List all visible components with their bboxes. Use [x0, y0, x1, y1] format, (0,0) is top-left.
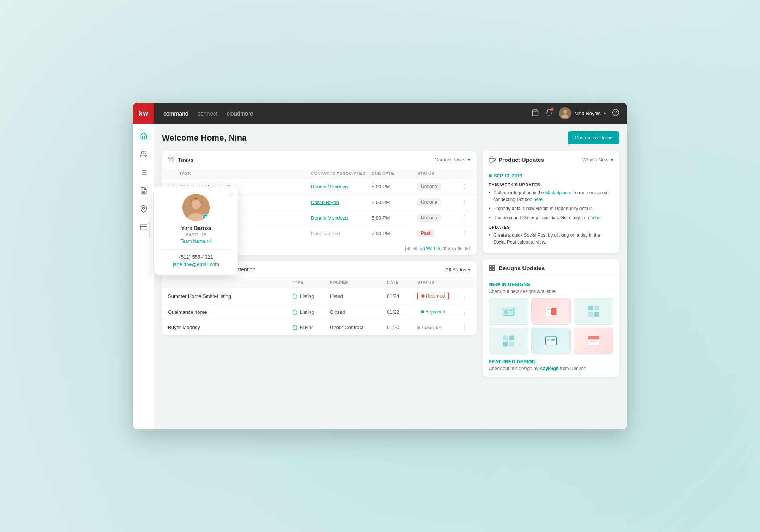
sidebar [133, 124, 154, 429]
contact-link-2[interactable]: Calvin Bryan [311, 200, 372, 205]
featured-design-title: FEATURED DESIGN [489, 359, 613, 364]
svg-rect-42 [588, 306, 593, 311]
featured-designer-link[interactable]: Kayleigh [540, 366, 559, 371]
product-updates-title-text: Product Updates [499, 157, 544, 163]
row-menu-1[interactable]: ⋮ [459, 183, 470, 190]
opp-filter-label: All Status [445, 267, 466, 272]
page-last-icon[interactable]: ▶| [465, 245, 470, 251]
opp-table: TYPE FOLDER DATE STATUS Summer Home Smit… [162, 277, 477, 335]
sidebar-item-mappin[interactable] [136, 201, 151, 217]
svg-point-6 [613, 109, 619, 116]
th-opp-folder: FOLDER [330, 280, 387, 285]
sidebar-item-contacts[interactable] [136, 147, 151, 162]
opp-row: Summer Home Smith-Listing Listing [162, 288, 477, 304]
update-item-2: Property details now visible in Opportun… [489, 205, 613, 212]
designs-subtitle: Check out new designs available! [489, 289, 613, 294]
popup-location: Austin, TX [185, 232, 206, 237]
page-next-icon[interactable]: ▶ [458, 245, 462, 251]
design-thumb-4[interactable] [489, 328, 528, 354]
here-link-1[interactable]: here [534, 197, 543, 202]
opp-type-2: Listing [292, 309, 330, 315]
page-title: Welcome Home, Nina [162, 133, 247, 143]
user-info[interactable]: Nina Royals ▾ [559, 107, 606, 119]
opp-status-1: Returned [417, 292, 449, 300]
sidebar-item-home[interactable] [136, 128, 151, 144]
nav-cloudmore[interactable]: cloudmore [226, 110, 253, 117]
designs-content: NEW IN DESIGNS Check out new designs ava… [483, 276, 619, 377]
tasks-card-header: Tasks Contact Tasks ▾ [162, 151, 477, 168]
svg-rect-29 [489, 265, 491, 267]
due-date-3: 5:00 PM [372, 215, 417, 221]
content-area: Welcome Home, Nina Customize Home [154, 124, 627, 429]
nav-right: Nina Royals ▾ [532, 107, 627, 119]
here-link-2[interactable]: here [591, 215, 600, 220]
sidebar-item-document[interactable] [136, 183, 151, 198]
popup-star-icon[interactable]: ☆ [228, 191, 233, 198]
pagination: |◀ ◀ Show 1-6 of 325 ▶ ▶| [405, 245, 470, 251]
user-name-nav: Nina Royals [574, 111, 601, 116]
product-updates-content: SEP 13, 2019 THIS WEEK'S UPDATES Dotloop… [483, 168, 619, 253]
designs-section-title: NEW IN DESIGNS [489, 282, 613, 287]
designs-grid [489, 298, 613, 354]
tasks-filter[interactable]: Contact Tasks ▾ [435, 157, 470, 163]
design-thumb-2[interactable] [531, 298, 571, 325]
opp-date-1: 01/24 [387, 293, 417, 299]
sidebar-item-list[interactable] [136, 165, 151, 180]
popup-email[interactable]: jane.doe@email.com [173, 261, 219, 267]
opp-name-3: Buyer-Mooney [168, 325, 292, 330]
svg-point-8 [141, 152, 144, 154]
nav-connect[interactable]: connect [198, 110, 218, 117]
opp-row: Quaintance home Listing Close [162, 304, 477, 320]
nav-command[interactable]: command [163, 110, 188, 117]
update-section-title-1: THIS WEEK'S UPDATES [489, 182, 613, 187]
update-item-1: Dotloop integration in the Marketplace. … [489, 189, 613, 203]
update-section-title-2: UPDATES [489, 225, 613, 230]
design-thumb-1[interactable] [489, 298, 528, 325]
svg-rect-55 [588, 336, 599, 339]
opp-menu-3[interactable]: ⋮ [459, 324, 470, 331]
contact-link-4[interactable]: Paul Lambert [311, 231, 372, 236]
contact-link-1[interactable]: Dennis Mendoza [311, 184, 372, 190]
design-thumb-3[interactable] [574, 298, 613, 325]
opp-status-filter[interactable]: All Status ▾ [445, 267, 470, 272]
product-updates-chevron: ▾ [611, 157, 613, 163]
design-thumb-5[interactable] [531, 328, 571, 354]
popup-avatar [182, 194, 210, 221]
product-updates-filter[interactable]: What's New ▾ [582, 157, 613, 163]
design-thumb-6[interactable] [574, 328, 613, 354]
opp-menu-1[interactable]: ⋮ [459, 293, 470, 300]
popup-team[interactable]: Team Name +4 [180, 239, 212, 244]
popup-drag-handle[interactable] [149, 223, 150, 238]
top-nav: kw command connect cloudmore [133, 103, 627, 124]
page-prev-icon[interactable]: ◀ [413, 245, 417, 251]
tasks-table-header: TASK CONTACTS ASSOCIATED DUE DATE STATUS [162, 168, 477, 179]
help-icon[interactable] [612, 109, 619, 118]
row-menu-3[interactable]: ⋮ [459, 214, 470, 222]
tasks-filter-chevron: ▾ [468, 157, 470, 163]
status-badge-4: Past [417, 230, 434, 237]
marketplace-link[interactable]: Marketplace [545, 190, 570, 195]
svg-rect-35 [504, 310, 508, 314]
page-current[interactable]: Show 1-6 [419, 245, 440, 251]
th-duedate: DUE DATE [372, 171, 417, 176]
kw-logo[interactable]: kw [133, 103, 154, 124]
listing-icon-1 [292, 293, 298, 299]
opp-name-1: Summer Home Smith-Listing [168, 293, 292, 299]
th-opp-status: STATUS [417, 280, 459, 285]
calendar-icon[interactable] [532, 109, 539, 118]
buyer-icon-3 [292, 325, 298, 331]
notification-bell[interactable] [545, 109, 553, 118]
th-status: STATUS [417, 171, 459, 176]
row-menu-2[interactable]: ⋮ [459, 199, 470, 206]
row-menu-4[interactable]: ⋮ [459, 230, 470, 237]
designs-card-title: Designs Updates [489, 264, 545, 271]
user-avatar [559, 107, 571, 119]
opp-folder-1: Listed [330, 293, 387, 299]
page-first-icon[interactable]: |◀ [405, 245, 411, 251]
th-task: TASK [179, 171, 311, 176]
svg-point-51 [547, 339, 549, 342]
opp-menu-2[interactable]: ⋮ [459, 309, 470, 316]
contact-link-3[interactable]: Dennis Mendoza [311, 215, 372, 221]
content-header: Welcome Home, Nina Customize Home [162, 131, 619, 144]
customize-home-button[interactable]: Customize Home [568, 131, 619, 144]
